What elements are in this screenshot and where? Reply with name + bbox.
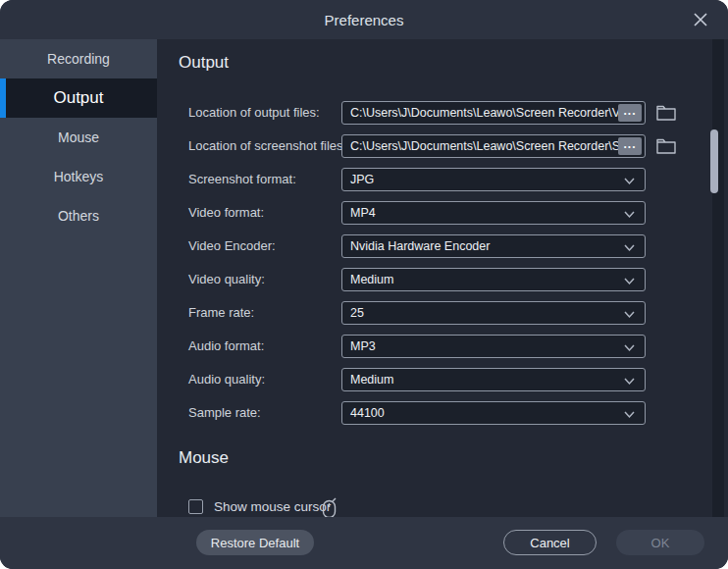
chevron-down-icon (623, 208, 636, 221)
frame-rate-row: Frame rate: 25 (157, 301, 728, 325)
preferences-window: Preferences Recording Output Mouse Hotke… (0, 0, 728, 569)
audio-quality-select[interactable]: Medium (341, 368, 646, 391)
folder-icon (655, 103, 677, 123)
folder-icon (655, 136, 677, 156)
chevron-down-icon (623, 175, 636, 187)
sidebar-item-label: Output (53, 88, 103, 108)
audio-quality-row: Audio quality: Medium (157, 368, 728, 391)
audio-format-select[interactable]: MP3 (341, 335, 646, 358)
chevron-down-icon (623, 341, 636, 354)
output-section-header: Output (179, 53, 229, 73)
browse-button[interactable]: ... (618, 104, 642, 122)
cancel-button[interactable]: Cancel (503, 530, 597, 555)
ok-button[interactable]: OK (616, 530, 704, 555)
field-label: Sample rate: (188, 401, 261, 425)
field-label: Location of output files: (188, 101, 320, 125)
field-label: Screenshot format: (188, 168, 296, 191)
screenshot-location-row: Location of screenshot files: C:\Users\J… (157, 134, 728, 158)
selected-value: MP3 (350, 339, 376, 353)
video-encoder-select[interactable]: Nvidia Hardware Encoder (341, 234, 646, 258)
sample-rate-select[interactable]: 44100 (341, 401, 646, 425)
close-icon (692, 11, 709, 28)
screenshot-format-select[interactable]: JPG (341, 168, 646, 191)
chevron-down-icon (623, 308, 636, 321)
chevron-down-icon (623, 275, 636, 287)
field-label: Video Encoder: (188, 234, 276, 258)
restore-default-button[interactable]: Restore Default (196, 530, 314, 555)
video-encoder-row: Video Encoder: Nvidia Hardware Encoder (157, 234, 728, 258)
field-label: Location of screenshot files: (188, 134, 346, 158)
frame-rate-select[interactable]: 25 (341, 301, 646, 325)
audio-format-row: Audio format: MP3 (157, 335, 728, 358)
sidebar-item-label: Hotkeys (54, 169, 104, 184)
field-label: Video quality: (188, 268, 265, 291)
screenshot-location-field[interactable]: C:\Users\J\Documents\Leawo\Screen Record… (341, 134, 646, 158)
field-label: Video format: (188, 201, 264, 225)
sidebar-item-label: Recording (47, 51, 110, 67)
selected-value: Medium (350, 373, 393, 387)
sidebar-item-mouse[interactable]: Mouse (0, 118, 157, 157)
open-folder-button[interactable] (655, 136, 677, 156)
close-button[interactable] (687, 6, 714, 33)
settings-panel: Output Location of output files: C:\User… (157, 39, 728, 517)
titlebar: Preferences (0, 0, 728, 39)
footer-bar: Restore Default Cancel OK (0, 517, 728, 569)
sidebar-item-label: Mouse (58, 129, 99, 145)
show-mouse-cursor-row: Show mouse cursor (157, 495, 728, 517)
sidebar-item-label: Others (58, 208, 99, 224)
selected-value: Medium (350, 273, 393, 286)
sidebar: Recording Output Mouse Hotkeys Others (0, 39, 157, 517)
field-label: Audio format: (188, 335, 264, 358)
mouse-section-header: Mouse (179, 448, 229, 468)
selected-value: Nvidia Hardware Encoder (350, 239, 490, 253)
output-location-field[interactable]: C:\Users\J\Documents\Leawo\Screen Record… (341, 101, 646, 125)
video-quality-select[interactable]: Medium (341, 268, 646, 291)
mouse-icon (321, 497, 338, 517)
show-mouse-cursor-checkbox[interactable] (188, 499, 203, 514)
chevron-down-icon (623, 241, 636, 254)
scrollbar-thumb[interactable] (710, 129, 718, 193)
sample-rate-row: Sample rate: 44100 (157, 401, 728, 425)
sidebar-item-hotkeys[interactable]: Hotkeys (0, 157, 157, 196)
selected-value: 25 (350, 306, 364, 320)
open-folder-button[interactable] (655, 103, 677, 123)
selected-value: MP4 (350, 206, 376, 220)
video-format-row: Video format: MP4 (157, 201, 728, 225)
screenshot-location-value: C:\Users\J\Documents\Leawo\Screen Record… (350, 139, 634, 153)
chevron-down-icon (623, 408, 636, 421)
sidebar-item-output[interactable]: Output (0, 78, 157, 118)
screenshot-format-row: Screenshot format: JPG (157, 168, 728, 191)
field-label: Frame rate: (188, 301, 254, 325)
checkbox-label: Show mouse cursor (214, 495, 331, 517)
field-label: Audio quality: (188, 368, 265, 391)
output-location-value: C:\Users\J\Documents\Leawo\Screen Record… (350, 106, 630, 120)
sidebar-item-others[interactable]: Others (0, 196, 157, 235)
browse-button[interactable]: ... (618, 137, 642, 155)
selected-value: JPG (350, 173, 374, 186)
sidebar-item-recording[interactable]: Recording (0, 39, 157, 78)
scrollbar-track[interactable] (712, 39, 724, 517)
window-title: Preferences (325, 12, 404, 28)
video-format-select[interactable]: MP4 (341, 201, 646, 225)
video-quality-row: Video quality: Medium (157, 268, 728, 291)
selected-value: 44100 (350, 406, 385, 420)
chevron-down-icon (623, 375, 636, 388)
output-location-row: Location of output files: C:\Users\J\Doc… (157, 101, 728, 125)
